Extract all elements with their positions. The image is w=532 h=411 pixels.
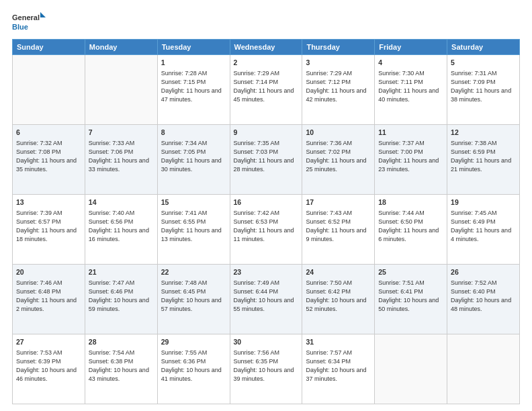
day-info: Sunrise: 7:49 AM Sunset: 6:44 PM Dayligh… <box>234 279 299 314</box>
day-info: Sunrise: 7:39 AM Sunset: 6:57 PM Dayligh… <box>16 209 81 244</box>
calendar-cell: 21Sunrise: 7:47 AM Sunset: 6:46 PM Dayli… <box>85 265 157 334</box>
calendar-table: SundayMondayTuesdayWednesdayThursdayFrid… <box>12 39 520 404</box>
day-info: Sunrise: 7:37 AM Sunset: 7:00 PM Dayligh… <box>378 139 443 174</box>
weekday-header-saturday: Saturday <box>447 40 520 55</box>
day-number: 21 <box>89 267 154 277</box>
day-number: 23 <box>234 267 299 277</box>
day-number: 13 <box>16 197 81 208</box>
day-info: Sunrise: 7:46 AM Sunset: 6:48 PM Dayligh… <box>16 279 81 314</box>
day-number: 5 <box>451 58 516 68</box>
calendar-cell <box>375 334 447 404</box>
day-info: Sunrise: 7:29 AM Sunset: 7:14 PM Dayligh… <box>234 69 299 104</box>
calendar-cell: 3Sunrise: 7:29 AM Sunset: 7:12 PM Daylig… <box>302 55 375 125</box>
weekday-header-tuesday: Tuesday <box>157 40 230 55</box>
calendar-cell <box>13 55 85 125</box>
day-number: 8 <box>161 128 226 138</box>
day-number: 10 <box>306 128 371 138</box>
calendar-cell <box>447 334 520 404</box>
day-number: 9 <box>234 128 299 138</box>
day-info: Sunrise: 7:43 AM Sunset: 6:52 PM Dayligh… <box>306 209 371 244</box>
day-info: Sunrise: 7:53 AM Sunset: 6:39 PM Dayligh… <box>16 349 81 383</box>
weekday-header-thursday: Thursday <box>302 40 375 55</box>
day-number: 1 <box>161 58 226 68</box>
day-info: Sunrise: 7:38 AM Sunset: 6:59 PM Dayligh… <box>451 139 516 174</box>
day-info: Sunrise: 7:36 AM Sunset: 7:02 PM Dayligh… <box>306 139 371 174</box>
calendar-cell: 13Sunrise: 7:39 AM Sunset: 6:57 PM Dayli… <box>13 195 85 265</box>
day-number: 27 <box>16 337 81 347</box>
day-number: 3 <box>306 58 371 68</box>
day-number: 15 <box>161 197 226 208</box>
calendar-cell: 12Sunrise: 7:38 AM Sunset: 6:59 PM Dayli… <box>447 125 520 195</box>
svg-text:General: General <box>12 13 40 21</box>
day-info: Sunrise: 7:45 AM Sunset: 6:49 PM Dayligh… <box>451 209 516 244</box>
day-info: Sunrise: 7:56 AM Sunset: 6:35 PM Dayligh… <box>234 349 299 383</box>
day-number: 18 <box>378 197 443 208</box>
day-info: Sunrise: 7:29 AM Sunset: 7:12 PM Dayligh… <box>306 69 371 104</box>
calendar-cell <box>85 55 157 125</box>
calendar-cell: 27Sunrise: 7:53 AM Sunset: 6:39 PM Dayli… <box>13 334 85 404</box>
day-number: 29 <box>161 337 226 347</box>
calendar-cell: 11Sunrise: 7:37 AM Sunset: 7:00 PM Dayli… <box>375 125 447 195</box>
day-info: Sunrise: 7:51 AM Sunset: 6:41 PM Dayligh… <box>378 279 443 314</box>
day-info: Sunrise: 7:52 AM Sunset: 6:40 PM Dayligh… <box>451 279 516 314</box>
calendar-cell: 25Sunrise: 7:51 AM Sunset: 6:41 PM Dayli… <box>375 265 447 334</box>
day-info: Sunrise: 7:30 AM Sunset: 7:11 PM Dayligh… <box>378 69 443 104</box>
calendar-header: SundayMondayTuesdayWednesdayThursdayFrid… <box>13 40 520 55</box>
calendar-cell: 28Sunrise: 7:54 AM Sunset: 6:38 PM Dayli… <box>85 334 157 404</box>
day-info: Sunrise: 7:50 AM Sunset: 6:42 PM Dayligh… <box>306 279 371 314</box>
weekday-header-wednesday: Wednesday <box>230 40 302 55</box>
day-info: Sunrise: 7:57 AM Sunset: 6:34 PM Dayligh… <box>306 349 371 383</box>
calendar-cell: 29Sunrise: 7:55 AM Sunset: 6:36 PM Dayli… <box>157 334 230 404</box>
calendar-cell: 16Sunrise: 7:42 AM Sunset: 6:53 PM Dayli… <box>230 195 302 265</box>
calendar-cell: 17Sunrise: 7:43 AM Sunset: 6:52 PM Dayli… <box>302 195 375 265</box>
day-info: Sunrise: 7:34 AM Sunset: 7:05 PM Dayligh… <box>161 139 226 174</box>
day-number: 11 <box>378 128 443 138</box>
calendar-cell: 22Sunrise: 7:48 AM Sunset: 6:45 PM Dayli… <box>157 265 230 334</box>
day-number: 22 <box>161 267 226 277</box>
weekday-header-monday: Monday <box>85 40 157 55</box>
day-info: Sunrise: 7:35 AM Sunset: 7:03 PM Dayligh… <box>234 139 299 174</box>
day-number: 25 <box>378 267 443 277</box>
day-number: 7 <box>89 128 154 138</box>
logo-svg: General Blue <box>12 11 46 34</box>
day-info: Sunrise: 7:41 AM Sunset: 6:55 PM Dayligh… <box>161 209 226 244</box>
logo: General Blue <box>12 11 46 34</box>
day-number: 6 <box>16 128 81 138</box>
calendar-cell: 30Sunrise: 7:56 AM Sunset: 6:35 PM Dayli… <box>230 334 302 404</box>
calendar-cell: 31Sunrise: 7:57 AM Sunset: 6:34 PM Dayli… <box>302 334 375 404</box>
calendar-cell: 14Sunrise: 7:40 AM Sunset: 6:56 PM Dayli… <box>85 195 157 265</box>
day-info: Sunrise: 7:48 AM Sunset: 6:45 PM Dayligh… <box>161 279 226 314</box>
day-info: Sunrise: 7:32 AM Sunset: 7:08 PM Dayligh… <box>16 139 81 174</box>
day-number: 2 <box>234 58 299 68</box>
day-number: 16 <box>234 197 299 208</box>
calendar-cell: 18Sunrise: 7:44 AM Sunset: 6:50 PM Dayli… <box>375 195 447 265</box>
day-number: 17 <box>306 197 371 208</box>
calendar-cell: 15Sunrise: 7:41 AM Sunset: 6:55 PM Dayli… <box>157 195 230 265</box>
day-info: Sunrise: 7:31 AM Sunset: 7:09 PM Dayligh… <box>451 69 516 104</box>
calendar-cell: 20Sunrise: 7:46 AM Sunset: 6:48 PM Dayli… <box>13 265 85 334</box>
page: General Blue SundayMondayTuesdayWednesda… <box>0 0 532 411</box>
day-number: 12 <box>451 128 516 138</box>
day-number: 20 <box>16 267 81 277</box>
calendar-cell: 26Sunrise: 7:52 AM Sunset: 6:40 PM Dayli… <box>447 265 520 334</box>
day-info: Sunrise: 7:28 AM Sunset: 7:15 PM Dayligh… <box>161 69 226 104</box>
calendar-week-1: 1Sunrise: 7:28 AM Sunset: 7:15 PM Daylig… <box>13 55 520 125</box>
day-info: Sunrise: 7:40 AM Sunset: 6:56 PM Dayligh… <box>89 209 154 244</box>
day-number: 4 <box>378 58 443 68</box>
day-number: 28 <box>89 337 154 347</box>
day-number: 30 <box>234 337 299 347</box>
weekday-header-row: SundayMondayTuesdayWednesdayThursdayFrid… <box>13 40 520 55</box>
day-number: 31 <box>306 337 371 347</box>
calendar-cell: 19Sunrise: 7:45 AM Sunset: 6:49 PM Dayli… <box>447 195 520 265</box>
calendar-cell: 2Sunrise: 7:29 AM Sunset: 7:14 PM Daylig… <box>230 55 302 125</box>
day-number: 24 <box>306 267 371 277</box>
svg-marker-2 <box>40 12 46 17</box>
calendar-body: 1Sunrise: 7:28 AM Sunset: 7:15 PM Daylig… <box>13 55 520 404</box>
header: General Blue <box>12 11 520 34</box>
calendar-cell: 8Sunrise: 7:34 AM Sunset: 7:05 PM Daylig… <box>157 125 230 195</box>
calendar-week-2: 6Sunrise: 7:32 AM Sunset: 7:08 PM Daylig… <box>13 125 520 195</box>
calendar-week-5: 27Sunrise: 7:53 AM Sunset: 6:39 PM Dayli… <box>13 334 520 404</box>
calendar-cell: 4Sunrise: 7:30 AM Sunset: 7:11 PM Daylig… <box>375 55 447 125</box>
calendar-week-3: 13Sunrise: 7:39 AM Sunset: 6:57 PM Dayli… <box>13 195 520 265</box>
calendar-cell: 24Sunrise: 7:50 AM Sunset: 6:42 PM Dayli… <box>302 265 375 334</box>
